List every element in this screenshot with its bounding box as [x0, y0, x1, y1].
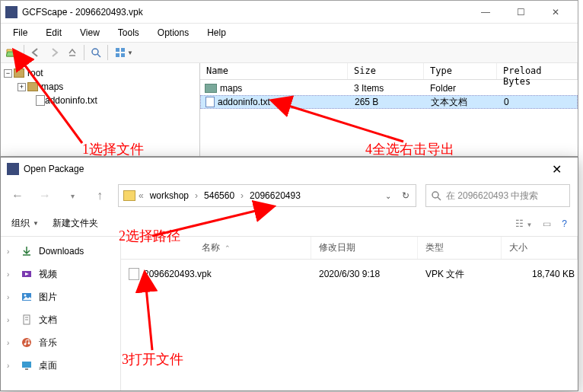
organize-menu[interactable]: 组织 ▼ [11, 217, 39, 230]
folder-icon [205, 84, 217, 93]
sort-asc-icon: ⌃ [225, 244, 231, 252]
view-mode-dropdown[interactable]: ▼ [111, 44, 137, 61]
menu-help[interactable]: Help [207, 27, 226, 38]
nav-up[interactable]: ↑ [91, 186, 109, 205]
chevron-icon: › [7, 270, 14, 279]
row-type: Folder [424, 83, 497, 94]
file-icon [129, 268, 139, 280]
col-date[interactable]: 修改日期 [311, 237, 418, 259]
col-preload[interactable]: Preload Bytes [497, 63, 578, 79]
maximize-button[interactable]: ☐ [503, 2, 538, 23]
search-button[interactable] [88, 44, 104, 61]
row-size: 265 B [349, 97, 425, 107]
list-row[interactable]: addoninfo.txt 265 B 文本文档 0 [200, 95, 578, 109]
sidebar-music[interactable]: › 音乐 [1, 331, 120, 354]
menu-edit[interactable]: Edit [46, 27, 62, 38]
preview-pane-button[interactable]: ▭ [543, 218, 551, 229]
video-icon [21, 268, 33, 280]
expand-icon[interactable]: + [18, 83, 26, 91]
path-dropdown[interactable]: ⌄ [385, 192, 391, 200]
col-size[interactable]: 大小 [502, 237, 578, 259]
help-button[interactable]: ? [562, 218, 567, 229]
file-list[interactable]: 名称 ⌃ 修改日期 类型 大小 2096620493.vpk 2020/6/30… [121, 237, 578, 390]
col-name-label: 名称 [202, 241, 220, 254]
gcfscape-titlebar[interactable]: GCFScape - 2096620493.vpk — ☐ ✕ [1, 1, 578, 24]
back-button[interactable] [27, 44, 44, 61]
dialog-titlebar[interactable]: Open Package ✕ [1, 158, 578, 180]
nav-recent[interactable]: ▾ [63, 186, 81, 205]
svg-point-14 [22, 338, 31, 347]
col-name[interactable]: 名称 ⌃ [121, 237, 311, 259]
sidebar[interactable]: › Downloads › 视频 › 图片 › 文档 › [1, 237, 121, 390]
chevron-icon: › [7, 316, 14, 324]
col-type[interactable]: Type [424, 63, 497, 79]
crumb-workshop[interactable]: workshop [147, 189, 192, 202]
window-title: GCFScape - 2096620493.vpk [22, 7, 468, 18]
menu-file[interactable]: File [13, 27, 27, 38]
back-icon [30, 47, 41, 58]
view-mode-button[interactable]: ☷ ▼ [515, 218, 532, 229]
row-name: maps [220, 83, 242, 94]
file-name: 2096620493.vpk [144, 269, 212, 279]
documents-icon [21, 314, 33, 326]
nav-back[interactable]: ← [8, 186, 27, 205]
search-icon [91, 47, 101, 58]
search-box[interactable]: 在 2096620493 中搜索 [425, 184, 570, 207]
open-file-button[interactable] [4, 44, 21, 61]
file-date: 2020/6/30 9:18 [311, 269, 418, 279]
tree-root[interactable]: − root [4, 66, 196, 80]
tree-panel[interactable]: − root + maps addoninfo.txt [1, 63, 200, 156]
tree-root-label: root [27, 68, 43, 78]
sidebar-label: 音乐 [39, 336, 57, 349]
up-icon [67, 47, 78, 58]
chevron-icon: › [241, 190, 244, 201]
tree-addoninfo[interactable]: addoninfo.txt [4, 94, 196, 107]
tree-maps[interactable]: + maps [4, 80, 196, 94]
refresh-button[interactable]: ↻ [402, 190, 409, 201]
folder-icon [27, 82, 38, 91]
breadcrumb-bar[interactable]: « workshop › 546560 › 2096620493 ⌄ ↻ [118, 184, 416, 207]
sidebar-label: Downloads [39, 246, 84, 257]
toolbar: ▼ [1, 42, 578, 63]
sidebar-desktop[interactable]: › 桌面 [1, 354, 120, 377]
search-placeholder: 在 2096620493 中搜索 [446, 190, 538, 202]
sidebar-label: 文档 [39, 314, 57, 327]
menu-options[interactable]: Options [158, 27, 189, 38]
file-row[interactable]: 2096620493.vpk 2020/6/30 9:18 VPK 文件 18,… [121, 264, 578, 284]
new-folder-button[interactable]: 新建文件夹 [53, 217, 98, 230]
chevron-down-icon: ▼ [33, 220, 39, 227]
sidebar-video[interactable]: › 视频 [1, 263, 120, 285]
menu-view[interactable]: View [80, 27, 100, 38]
newfolder-label: 新建文件夹 [53, 217, 98, 230]
crumb-546560[interactable]: 546560 [201, 189, 237, 202]
menubar: File Edit View Tools Options Help [1, 24, 578, 42]
svg-line-7 [438, 197, 441, 200]
sidebar-downloads[interactable]: › Downloads [1, 240, 120, 263]
minimize-button[interactable]: — [468, 2, 503, 23]
crumb-2096620493[interactable]: 2096620493 [247, 189, 304, 202]
search-icon [431, 190, 441, 201]
sidebar-documents[interactable]: › 文档 [1, 308, 120, 331]
file-icon [36, 95, 45, 106]
file-icon [205, 97, 215, 107]
list-panel[interactable]: Name Size Type Preload Bytes maps 3 Item… [200, 63, 578, 156]
col-type[interactable]: 类型 [418, 237, 502, 259]
forward-button[interactable] [46, 44, 62, 61]
folder-icon [123, 190, 135, 201]
col-size[interactable]: Size [348, 63, 424, 79]
chevron-icon: › [7, 293, 14, 301]
collapse-icon[interactable]: − [4, 69, 12, 78]
svg-rect-4 [116, 53, 119, 57]
row-size: 3 Items [348, 83, 424, 94]
dialog-close[interactable]: ✕ [541, 158, 572, 180]
app-icon [7, 163, 19, 175]
menu-tools[interactable]: Tools [118, 27, 139, 38]
svg-line-1 [97, 54, 100, 57]
tree-maps-label: maps [41, 81, 63, 92]
close-button[interactable]: ✕ [538, 2, 573, 23]
col-name[interactable]: Name [200, 63, 348, 79]
sidebar-pictures[interactable]: › 图片 [1, 285, 120, 308]
nav-forward[interactable]: → [36, 186, 54, 205]
up-button[interactable] [64, 44, 81, 61]
row-preload: 0 [498, 97, 577, 107]
